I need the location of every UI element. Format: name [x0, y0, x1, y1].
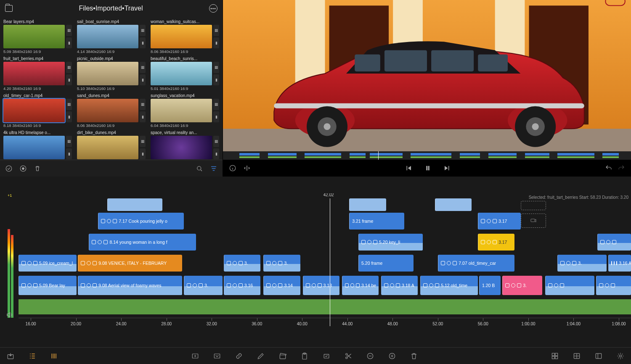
ghost-insert-slot[interactable]	[521, 201, 546, 210]
lock-icon[interactable]: ▮	[213, 37, 219, 49]
timeline-clip[interactable]: 9.08 Aerial view of foamy waves	[78, 276, 182, 295]
timeline-clip[interactable]: 5.09 ice_cream_l	[19, 255, 77, 272]
timeline-clip[interactable]: 9.08 VENICE, ITALY - FEBRUARY	[78, 255, 182, 272]
lock-icon[interactable]: ▮	[213, 74, 219, 86]
clip-item[interactable]: picnic_outside.mp4 ▦▮ 5.10 3840x2160 16:…	[77, 56, 146, 91]
clip-item[interactable]: beautiful_beach_sunris... ▦▮ 5.01 3840x2…	[151, 56, 219, 91]
timeline-clip[interactable]: 3.	[557, 255, 606, 272]
lock-icon[interactable]: ▮	[140, 74, 146, 86]
preview-viewport[interactable]	[223, 0, 631, 151]
master-audio-waveform[interactable]	[19, 299, 631, 314]
film-icon[interactable]: ▦	[213, 25, 219, 36]
speaker-icon[interactable]	[6, 311, 13, 319]
lock-icon[interactable]: ▮	[66, 148, 72, 160]
timeline-clip[interactable]	[349, 198, 386, 211]
film-icon[interactable]: ▦	[66, 25, 72, 36]
timeline-clip[interactable]: 3.14	[263, 276, 300, 295]
search-icon[interactable]	[196, 165, 203, 172]
film-icon[interactable]: ▦	[66, 99, 72, 110]
pause-button[interactable]	[424, 164, 432, 172]
more-icon[interactable]: •••	[209, 4, 217, 13]
film-icon[interactable]: ▦	[213, 99, 219, 110]
timeline-clip[interactable]: 3.18	[303, 276, 339, 295]
trash-icon[interactable]	[34, 165, 41, 172]
clip-item[interactable]: Bear layers.mp4 ▦▮ 5.09 3840x2160 16:9	[3, 19, 72, 54]
link-icon[interactable]	[234, 351, 244, 361]
clip-item[interactable]: sand_dunes.mp4 ▦▮ 8.06 3840x2160 16:9	[77, 93, 146, 128]
lock-icon[interactable]: ▮	[140, 148, 146, 160]
timeline-clip[interactable]: 1.20 B	[479, 276, 501, 295]
list-view-icon[interactable]	[28, 351, 37, 361]
clip-item[interactable]: 4k ultra HD timelapse o... ▦▮	[3, 130, 72, 160]
playhead[interactable]: 42.02	[330, 198, 330, 326]
timeline-clip[interactable]: 3.	[184, 276, 223, 295]
timeline-clip[interactable]	[107, 198, 162, 211]
clip-item[interactable]: fruit_tart_berries.mp4 ▦▮ 4.20 3840x2160…	[3, 56, 72, 91]
zoom-out-icon[interactable]	[366, 351, 375, 361]
timeline-clip[interactable]: 3.21 frame	[349, 213, 404, 229]
timeline-clip[interactable]: 5.20 frame	[358, 255, 414, 272]
import-icon[interactable]	[6, 351, 15, 361]
timeline-tracks[interactable]: 7.17 Cook pouring jelly o3.21 frame3.178…	[19, 198, 631, 306]
filter-icon[interactable]	[210, 165, 217, 172]
timeline-clip[interactable]: 3.17	[478, 213, 521, 229]
timeline-clip[interactable]: 5.12 old_time	[420, 276, 478, 295]
zoom-in-icon[interactable]	[387, 351, 397, 361]
timeline-clip[interactable]: 3.16 A	[608, 255, 631, 272]
timeline-clip[interactable]: 5.09 Bear lay	[19, 276, 77, 295]
timeline-clip[interactable]: 7.17 Cook pouring jelly o	[98, 213, 184, 229]
clip-item[interactable]: woman_walking_suitcas... ▦▮ 8.06 3840x21…	[151, 19, 219, 54]
prev-button[interactable]	[405, 164, 412, 172]
preview-scrub-strip[interactable]	[223, 151, 631, 160]
layout-b-icon[interactable]	[594, 351, 603, 361]
clip-item[interactable]: old_timey_car-1.mp4 ▦▮ 8.18 3840x2160 16…	[3, 93, 72, 128]
timeline-clip[interactable]: 3.16	[224, 276, 260, 295]
lock-icon[interactable]: ▮	[66, 37, 72, 49]
add-icon[interactable]	[191, 351, 200, 361]
film-icon[interactable]: ▦	[213, 136, 219, 147]
split-icon[interactable]	[243, 164, 251, 172]
timeline-clip[interactable]	[597, 234, 631, 251]
pencil-icon[interactable]	[256, 351, 265, 361]
info-icon[interactable]	[229, 164, 236, 172]
film-icon[interactable]: ▦	[66, 136, 72, 147]
timeline-clip[interactable]: 3.	[263, 255, 300, 272]
film-icon[interactable]: ▦	[140, 25, 146, 36]
clip-item[interactable]: sunglass_vacation.mp4 ▦▮ 6.04 3840x2160 …	[151, 93, 219, 128]
time-ruler[interactable]: 16.0020.0024.0028.0032.0036.0040.0044.00…	[19, 318, 631, 328]
scissors-icon[interactable]	[344, 351, 353, 361]
folder-icon[interactable]	[5, 5, 13, 12]
track-headers-icon[interactable]	[50, 351, 59, 361]
marker-icon[interactable]	[322, 351, 331, 361]
breadcrumb[interactable]: Files•Imported•Travel	[13, 5, 209, 12]
timeline-clip[interactable]: 3.14 be	[342, 276, 379, 295]
clipboard-icon[interactable]	[300, 351, 309, 361]
lock-icon[interactable]: ▮	[213, 148, 219, 160]
layout-a-icon[interactable]	[572, 351, 581, 361]
gear-icon[interactable]	[616, 351, 625, 361]
timeline-clip[interactable]	[545, 276, 594, 295]
next-button[interactable]	[443, 164, 451, 172]
clip-item[interactable]: dirt_bike_dunes.mp4 ▦▮	[77, 130, 146, 160]
lock-icon[interactable]: ▮	[140, 111, 146, 123]
film-icon[interactable]: ▦	[213, 62, 219, 73]
timeline-clip[interactable]: 8.14 young woman in a long f	[89, 234, 196, 251]
clip-item[interactable]: space, virtual reality an... ▦▮	[151, 130, 219, 160]
film-icon[interactable]: ▦	[140, 62, 146, 73]
film-icon[interactable]: ▦	[66, 62, 72, 73]
lock-icon[interactable]: ▮	[140, 37, 146, 49]
timeline-clip[interactable]: 3.17	[478, 234, 514, 251]
lock-icon[interactable]: ▮	[213, 111, 219, 123]
lock-icon[interactable]: ▮	[66, 111, 72, 123]
stack-icon[interactable]	[212, 351, 222, 361]
clip-item[interactable]: sail_boat_sunrise.mp4 ▦▮ 4.14 3840x2160 …	[77, 19, 146, 54]
slate-icon[interactable]	[278, 351, 287, 361]
timeline-clip[interactable]: 3.	[502, 276, 542, 295]
check-circle-icon[interactable]	[5, 165, 13, 172]
film-icon[interactable]: ▦	[140, 136, 146, 147]
redo-icon[interactable]	[618, 164, 625, 172]
timeline-clip[interactable]: 5.20 key_li	[358, 234, 423, 251]
undo-icon[interactable]	[605, 164, 612, 172]
timeline-clip[interactable]: 3.	[224, 255, 260, 272]
delete-icon[interactable]	[409, 351, 419, 361]
